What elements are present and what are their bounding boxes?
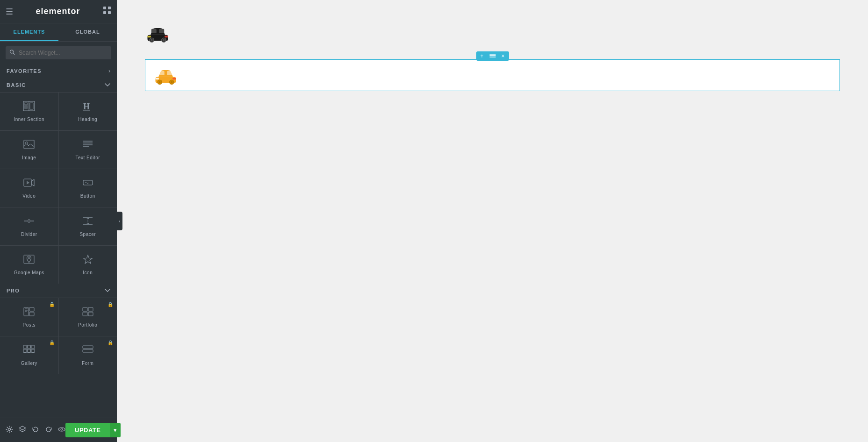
toolbar-close-button[interactable]: × xyxy=(500,52,506,60)
svg-point-50 xyxy=(8,428,11,430)
spacer-label: Spacer xyxy=(79,232,96,237)
sidebar-collapse-handle[interactable]: ‹ xyxy=(117,212,122,230)
basic-arrow xyxy=(105,82,110,88)
svg-point-4 xyxy=(10,50,14,53)
svg-rect-44 xyxy=(31,345,35,349)
svg-rect-22 xyxy=(83,180,93,185)
toolbar-add-button[interactable]: + xyxy=(479,52,485,60)
redo-icon[interactable] xyxy=(45,426,52,435)
gallery-label: Gallery xyxy=(21,361,37,366)
pro-arrow xyxy=(105,287,110,294)
google-maps-label: Google Maps xyxy=(14,270,44,275)
pro-label: PRO xyxy=(7,288,20,293)
button-label: Button xyxy=(80,193,95,199)
update-button[interactable]: UPDATE xyxy=(65,423,110,437)
posts-icon xyxy=(23,307,35,319)
svg-rect-25 xyxy=(28,220,30,222)
svg-rect-66 xyxy=(159,71,165,75)
update-button-wrap: UPDATE ▾ xyxy=(65,423,121,437)
video-icon xyxy=(23,178,35,190)
basic-elements-grid: Inner Section H Heading Image xyxy=(0,92,117,284)
google-maps-icon xyxy=(23,254,35,266)
video-label: Video xyxy=(22,193,36,199)
layers-icon[interactable] xyxy=(19,426,26,435)
svg-rect-40 xyxy=(83,312,87,316)
pro-section-header[interactable]: PRO xyxy=(0,284,117,298)
svg-rect-59 xyxy=(165,36,168,38)
text-editor-icon xyxy=(82,139,94,151)
search-icon xyxy=(9,50,15,57)
gallery-lock-icon: 🔒 xyxy=(49,340,55,345)
divider-label: Divider xyxy=(21,232,37,237)
image-label: Image xyxy=(22,155,36,160)
element-spacer[interactable]: Spacer xyxy=(59,207,117,245)
svg-rect-39 xyxy=(88,307,93,311)
svg-marker-21 xyxy=(27,181,29,185)
form-lock-icon: 🔒 xyxy=(108,340,113,345)
svg-rect-9 xyxy=(24,106,28,107)
sidebar-search-area xyxy=(0,42,117,64)
element-video[interactable]: Video xyxy=(0,169,58,207)
svg-point-51 xyxy=(58,428,65,431)
black-car-icon xyxy=(145,23,171,43)
element-divider[interactable]: Divider xyxy=(0,207,58,245)
svg-rect-48 xyxy=(83,346,93,349)
tab-elements[interactable]: ELEMENTS xyxy=(0,23,58,41)
svg-rect-43 xyxy=(28,345,31,349)
toolbar-move-handle[interactable] xyxy=(488,52,497,60)
svg-rect-14 xyxy=(24,140,34,149)
divider-icon xyxy=(23,216,35,228)
svg-rect-54 xyxy=(151,29,157,33)
history-icon[interactable] xyxy=(32,426,39,435)
element-posts[interactable]: 🔒 Posts xyxy=(0,298,58,336)
element-inner-section[interactable]: Inner Section xyxy=(0,93,58,130)
svg-rect-8 xyxy=(24,103,28,105)
settings-icon[interactable] xyxy=(6,426,13,435)
svg-rect-11 xyxy=(30,103,33,109)
svg-point-61 xyxy=(163,39,165,41)
element-text-editor[interactable]: Text Editor xyxy=(59,131,117,169)
pro-elements-grid: 🔒 Posts 🔒 xyxy=(0,298,117,374)
svg-rect-58 xyxy=(148,36,151,38)
basic-section-header[interactable]: BASIC xyxy=(0,78,117,92)
element-portfolio[interactable]: 🔒 Portfolio xyxy=(59,298,117,336)
element-google-maps[interactable]: Google Maps xyxy=(0,246,58,284)
element-image[interactable]: Image xyxy=(0,131,58,169)
update-arrow-button[interactable]: ▾ xyxy=(110,423,121,437)
sidebar-header: ☰ elementor xyxy=(0,0,117,23)
inner-section-label: Inner Section xyxy=(14,117,44,122)
svg-rect-10 xyxy=(24,107,28,108)
svg-rect-0 xyxy=(103,7,106,9)
search-input[interactable] xyxy=(6,46,111,59)
posts-label: Posts xyxy=(22,322,36,328)
selected-section-inner xyxy=(145,60,839,91)
svg-line-5 xyxy=(13,53,14,55)
svg-rect-41 xyxy=(88,312,93,316)
svg-rect-3 xyxy=(108,11,111,14)
svg-rect-47 xyxy=(31,349,35,353)
element-form[interactable]: 🔒 Form xyxy=(59,336,117,374)
svg-rect-46 xyxy=(28,349,31,353)
grid-icon[interactable] xyxy=(103,6,111,17)
black-car-section[interactable] xyxy=(145,19,840,50)
basic-label: BASIC xyxy=(7,82,26,88)
element-gallery[interactable]: 🔒 Gallery xyxy=(0,336,58,374)
hamburger-icon[interactable]: ☰ xyxy=(6,7,13,17)
sidebar: ☰ elementor ELEMENTS GLOBAL xyxy=(0,0,117,442)
selected-section[interactable]: + × xyxy=(145,59,840,91)
svg-rect-38 xyxy=(83,307,87,311)
favorites-section-header[interactable]: FAVORITES › xyxy=(0,64,117,78)
element-heading[interactable]: H Heading xyxy=(59,93,117,130)
element-button[interactable]: Button xyxy=(59,169,117,207)
svg-rect-42 xyxy=(23,345,27,349)
tab-global[interactable]: GLOBAL xyxy=(58,23,117,41)
element-icon[interactable]: Icon xyxy=(59,246,117,284)
gallery-icon xyxy=(23,345,35,357)
svg-point-52 xyxy=(61,428,63,430)
eye-icon[interactable] xyxy=(58,426,65,435)
svg-rect-49 xyxy=(83,349,93,352)
footer-icons-group xyxy=(6,426,65,435)
favorites-arrow: › xyxy=(108,68,110,74)
portfolio-lock-icon: 🔒 xyxy=(108,302,113,307)
form-label: Form xyxy=(82,361,93,366)
